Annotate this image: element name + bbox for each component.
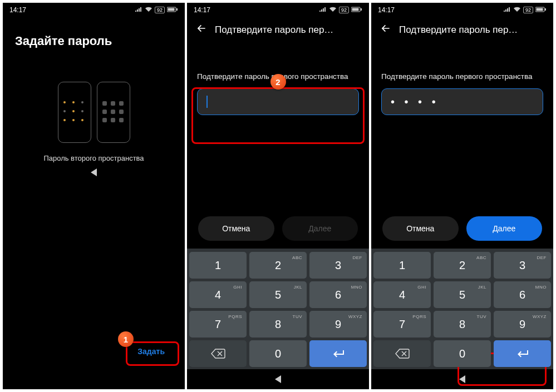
nav-back-icon[interactable] — [275, 375, 281, 383]
annotation-highlight-2 — [191, 87, 365, 144]
app-bar: Подтвердите пароль пер… — [187, 17, 369, 41]
status-bar: 14:17 92 — [371, 3, 553, 17]
clock: 14:17 — [378, 6, 395, 14]
key-backspace[interactable] — [373, 340, 431, 367]
cancel-button[interactable]: Отмена — [198, 216, 274, 241]
svg-rect-8 — [545, 8, 546, 11]
key-7[interactable]: 7PQRS — [373, 311, 431, 338]
key-1[interactable]: 1 — [189, 252, 247, 279]
key-5[interactable]: 5JKL — [434, 281, 491, 308]
wifi-icon — [513, 7, 521, 13]
annotation-badge-1: 1 — [118, 331, 134, 347]
battery-level: 92 — [155, 7, 165, 13]
key-7[interactable]: 7PQRS — [189, 311, 247, 338]
back-icon[interactable] — [380, 23, 391, 37]
back-icon[interactable] — [196, 23, 207, 37]
signal-icon — [135, 7, 142, 13]
svg-rect-4 — [352, 8, 359, 11]
key-3[interactable]: 3DEF — [309, 252, 367, 279]
field-label: Подтвердите пароль первого пространства — [381, 72, 543, 81]
svg-rect-7 — [537, 8, 543, 11]
key-6[interactable]: 6MNO — [309, 281, 367, 308]
key-0[interactable]: 0 — [434, 340, 491, 367]
svg-rect-2 — [176, 8, 178, 11]
key-9[interactable]: 9WXYZ — [494, 311, 551, 338]
battery-icon — [351, 7, 362, 13]
screen-confirm-filled: 14:17 92 Подтвердите пароль пер… Подтвер… — [371, 3, 553, 389]
signal-icon — [319, 7, 327, 13]
key-backspace[interactable] — [189, 340, 247, 367]
pin-lock-option[interactable] — [97, 82, 130, 143]
lock-type-illustration — [3, 82, 185, 143]
annotation-badge-2: 2 — [270, 74, 286, 90]
cancel-button[interactable]: Отмена — [382, 216, 459, 241]
nav-back-icon[interactable] — [91, 168, 97, 176]
clock: 14:17 — [9, 6, 26, 14]
key-enter[interactable] — [309, 340, 367, 367]
key-2[interactable]: 2ABC — [434, 252, 491, 279]
key-4[interactable]: 4GHI — [373, 281, 431, 308]
page-title: Задайте пароль — [3, 17, 185, 59]
key-5[interactable]: 5JKL — [249, 281, 307, 308]
screen-confirm-empty: 14:17 92 Подтвердите пароль пер… Подтвер… — [187, 3, 369, 389]
header-title: Подтвердите пароль пер… — [215, 24, 333, 36]
key-0[interactable]: 0 — [249, 340, 307, 367]
battery-icon — [167, 7, 178, 13]
status-bar: 14:17 92 — [3, 3, 185, 17]
key-enter[interactable] — [494, 340, 551, 367]
key-6[interactable]: 6MNO — [494, 281, 551, 308]
key-2[interactable]: 2ABC — [249, 252, 307, 279]
nav-bar — [187, 369, 369, 389]
svg-rect-5 — [361, 8, 362, 11]
key-3[interactable]: 3DEF — [494, 252, 551, 279]
numeric-keypad: 1 2ABC 3DEF 4GHI 5JKL 6MNO 7PQRS 8TUV 9W… — [371, 249, 553, 369]
nav-bar — [3, 162, 185, 182]
battery-icon — [535, 7, 547, 13]
caption: Пароль второго пространства — [3, 154, 185, 162]
screen-set-password: 14:17 92 Задайте пароль Пароль второго п… — [3, 3, 185, 389]
svg-rect-1 — [168, 8, 175, 11]
wifi-icon — [329, 7, 337, 13]
header-title: Подтвердите пароль пер… — [399, 24, 518, 36]
key-8[interactable]: 8TUV — [249, 311, 307, 338]
annotation-highlight-1 — [126, 341, 179, 366]
next-button[interactable]: Далее — [466, 216, 543, 241]
clock: 14:17 — [194, 6, 210, 14]
battery-level: 92 — [523, 7, 533, 13]
key-9[interactable]: 9WXYZ — [309, 311, 367, 338]
key-1[interactable]: 1 — [373, 252, 431, 279]
next-button-disabled: Далее — [282, 216, 358, 241]
app-bar: Подтвердите пароль пер… — [371, 17, 553, 41]
pin-value: • • • • — [391, 96, 439, 108]
status-bar: 14:17 92 — [187, 3, 369, 17]
key-4[interactable]: 4GHI — [189, 281, 247, 308]
pattern-lock-option[interactable] — [58, 82, 91, 143]
pin-input[interactable]: • • • • — [381, 88, 543, 115]
wifi-icon — [145, 7, 152, 13]
numeric-keypad: 1 2ABC 3DEF 4GHI 5JKL 6MNO 7PQRS 8TUV 9W… — [187, 249, 369, 369]
signal-icon — [503, 7, 511, 13]
battery-level: 92 — [339, 7, 349, 13]
key-8[interactable]: 8TUV — [434, 311, 491, 338]
